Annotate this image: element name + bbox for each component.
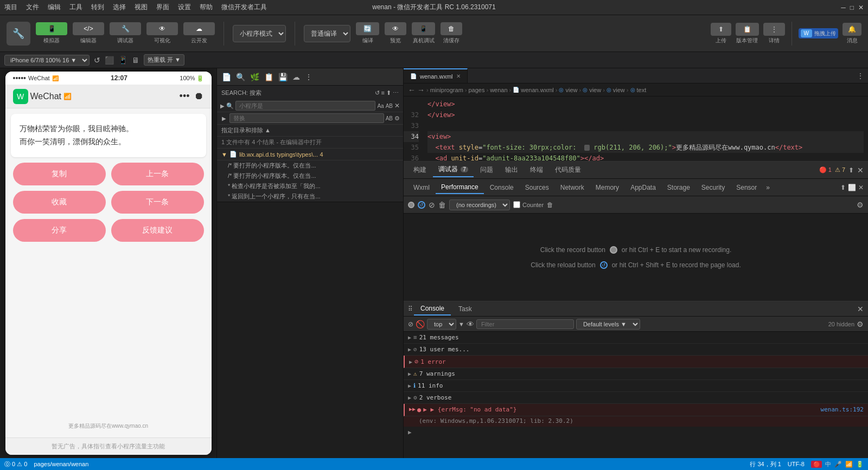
dir-toggle[interactable]: 指定目录和排除 ▲ bbox=[217, 125, 403, 137]
inner-tab-wxml[interactable]: Wxml bbox=[408, 182, 435, 194]
refresh-search-btn[interactable]: ↺ bbox=[375, 89, 380, 96]
console-error-message-row[interactable]: ▶▶ ● ▶ ▶ {errMsg: "no ad data"} wenan.ts… bbox=[404, 404, 868, 416]
devtools-close-btn[interactable]: ✕ bbox=[857, 166, 864, 175]
levels-select[interactable]: Default levels ▼ bbox=[576, 319, 640, 330]
device-select[interactable]: iPhone 6/7/8 100% 16 ▼ bbox=[4, 55, 90, 66]
more-btn[interactable]: ⋮ bbox=[303, 72, 314, 82]
export-search-btn[interactable]: ⬆ bbox=[386, 89, 391, 96]
console-row-user[interactable]: ▶ ⊘ 13 user mes... bbox=[404, 344, 868, 356]
breadcrumb-back-btn[interactable]: ← bbox=[408, 86, 416, 94]
code-lines[interactable]: </view> </view> <view> <text style="font… bbox=[423, 96, 868, 161]
menu-item-edit[interactable]: 编辑 bbox=[48, 3, 61, 12]
inner-tab-sensor[interactable]: Sensor bbox=[731, 182, 762, 194]
filter-input[interactable] bbox=[476, 319, 574, 329]
search-close-btn[interactable]: ✕ bbox=[394, 102, 400, 110]
error-expand-btn[interactable]: ▶▶ bbox=[409, 406, 416, 412]
screen-btn[interactable]: 🖥 bbox=[132, 56, 139, 65]
file-tab-close-btn[interactable]: ✕ bbox=[456, 73, 461, 79]
tab-quality[interactable]: 代码质量 bbox=[550, 163, 586, 177]
source-ctrl-btn[interactable]: 🌿 bbox=[248, 72, 261, 82]
stop-btn[interactable]: ⬛ bbox=[105, 56, 114, 65]
phone-icon-btn[interactable]: 📱 bbox=[118, 56, 127, 65]
console-row-info[interactable]: ▶ ℹ 11 info bbox=[404, 380, 868, 392]
real-debug-btn[interactable]: 📱 bbox=[412, 22, 435, 35]
console-tab-console[interactable]: Console bbox=[414, 302, 451, 316]
prev-btn[interactable]: 上一条 bbox=[111, 163, 204, 185]
console-caret-row[interactable]: ▶ bbox=[404, 427, 868, 438]
tab-debugger[interactable]: 调试器 7 bbox=[433, 163, 474, 177]
breadcrumb-fwd-btn[interactable]: → bbox=[417, 86, 425, 94]
next-btn[interactable]: 下一条 bbox=[111, 191, 204, 214]
preview-btn[interactable]: 👁 bbox=[385, 22, 406, 35]
inner-tab-sources[interactable]: Sources bbox=[520, 182, 554, 194]
console-row-warnings[interactable]: ▶ ⚠ 7 warnings bbox=[404, 368, 868, 380]
inner-expand-btn[interactable]: ⬆ bbox=[840, 184, 846, 191]
inner-tab-storage[interactable]: Storage bbox=[662, 182, 695, 194]
inner-tab-appdata[interactable]: AppData bbox=[625, 182, 661, 194]
eye-btn[interactable]: 👁 bbox=[467, 320, 474, 329]
console-row-error-group[interactable]: ▶ ⊘ 1 error bbox=[404, 356, 868, 368]
tab-split-btn[interactable]: ⋮ bbox=[857, 72, 864, 80]
menu-item-goto[interactable]: 转到 bbox=[91, 3, 104, 12]
console-tab-task[interactable]: Task bbox=[452, 303, 478, 315]
feedback-btn[interactable]: 反馈建议 bbox=[111, 219, 204, 242]
more-tabs-btn[interactable]: » bbox=[763, 182, 773, 194]
recordings-select[interactable]: (no recordings) bbox=[449, 199, 510, 210]
counter-checkbox[interactable] bbox=[513, 201, 520, 208]
clear-cache-btn[interactable]: 🗑 bbox=[441, 22, 462, 35]
tab-build[interactable]: 构建 bbox=[408, 163, 432, 177]
save-btn[interactable]: 💾 bbox=[277, 72, 289, 82]
visible-btn[interactable]: 👁 bbox=[146, 22, 178, 35]
menu-item-tools[interactable]: 工具 bbox=[69, 3, 82, 12]
search-ab-btn[interactable]: AB bbox=[386, 103, 393, 109]
search-match-0[interactable]: /* 要打开的小程序版本。仅在当... bbox=[217, 160, 403, 171]
more-search-btn[interactable]: ⋯ bbox=[393, 89, 399, 96]
console-drag-btn[interactable]: ⠿ bbox=[408, 305, 413, 313]
hotload-btn[interactable]: 热重载 开 ▼ bbox=[144, 54, 184, 66]
version-btn[interactable]: 📋 bbox=[736, 23, 759, 36]
menu-dots-btn[interactable]: ••• bbox=[180, 91, 190, 102]
menu-item-view[interactable]: 视图 bbox=[135, 3, 148, 12]
new-file-btn[interactable]: 📄 bbox=[220, 72, 233, 82]
inner-dock-btn[interactable]: ⬜ bbox=[848, 184, 856, 191]
stop-recording-btn[interactable]: ⊘ bbox=[429, 201, 435, 209]
notify-btn[interactable]: 🔔 bbox=[843, 23, 861, 36]
cloud-btn[interactable]: ☁ bbox=[183, 22, 215, 35]
inner-tab-network[interactable]: Network bbox=[555, 182, 590, 194]
editor-btn[interactable]: </> bbox=[73, 22, 104, 35]
menu-item-help[interactable]: 帮助 bbox=[200, 3, 213, 12]
menu-item-project[interactable]: 项目 bbox=[4, 3, 17, 12]
menu-item-devtools[interactable]: 微信开发者工具 bbox=[221, 3, 267, 12]
compile-btn[interactable]: 🔄 bbox=[356, 22, 379, 35]
search-file[interactable]: ▼ 📄 lib.wx.api.d.ts typings\types\... 4 bbox=[217, 149, 403, 160]
console-row-verbose[interactable]: ▶ ⚙ 2 verbose bbox=[404, 392, 868, 404]
minimize-btn[interactable]: ─ bbox=[841, 4, 846, 11]
share-btn[interactable]: 分享 bbox=[13, 219, 106, 242]
console-content[interactable]: ▶ ≡ 21 messages ▶ ⊘ 13 user mes... ▶ ⊘ 1… bbox=[404, 332, 868, 458]
console-row-messages[interactable]: ▶ ≡ 21 messages bbox=[404, 332, 868, 344]
search-input[interactable] bbox=[235, 101, 375, 111]
replace-ab-btn[interactable]: AB bbox=[386, 115, 393, 121]
replace-input[interactable] bbox=[229, 113, 384, 123]
menu-item-interface[interactable]: 界面 bbox=[156, 3, 169, 12]
search-aa-btn[interactable]: Aa bbox=[377, 103, 384, 109]
context-select[interactable]: top bbox=[427, 319, 456, 330]
mode-select[interactable]: 小程序模式 bbox=[233, 25, 286, 42]
file-tab-active[interactable]: 📄 wenan.wxml ✕ bbox=[404, 68, 468, 83]
tab-terminal[interactable]: 终端 bbox=[525, 163, 548, 177]
details-btn[interactable]: ⋮ bbox=[763, 23, 785, 36]
error-link[interactable]: wenan.ts:192 bbox=[821, 406, 864, 413]
expand-search-btn[interactable]: ≡ bbox=[381, 89, 385, 96]
replace-settings-btn[interactable]: ⚙ bbox=[394, 115, 400, 122]
menu-item-select[interactable]: 选择 bbox=[113, 3, 126, 12]
search-match-1[interactable]: /* 要打开的小程序版本。仅在当... bbox=[217, 171, 403, 181]
perf-settings-btn[interactable]: ⚙ bbox=[857, 201, 864, 209]
cloud-icon-btn[interactable]: ☁ bbox=[291, 72, 302, 82]
copy-btn[interactable]: 复制 bbox=[13, 163, 106, 185]
console-close-btn[interactable]: ✕ bbox=[857, 305, 864, 313]
replace-expand-icon[interactable]: ▶ bbox=[220, 115, 228, 121]
devtools-expand-btn[interactable]: ⬆ bbox=[848, 166, 854, 174]
maximize-btn[interactable]: □ bbox=[850, 4, 854, 11]
simulator-btn[interactable]: 📱 bbox=[36, 22, 67, 35]
console-clear-btn[interactable]: 🚫 bbox=[416, 320, 425, 329]
